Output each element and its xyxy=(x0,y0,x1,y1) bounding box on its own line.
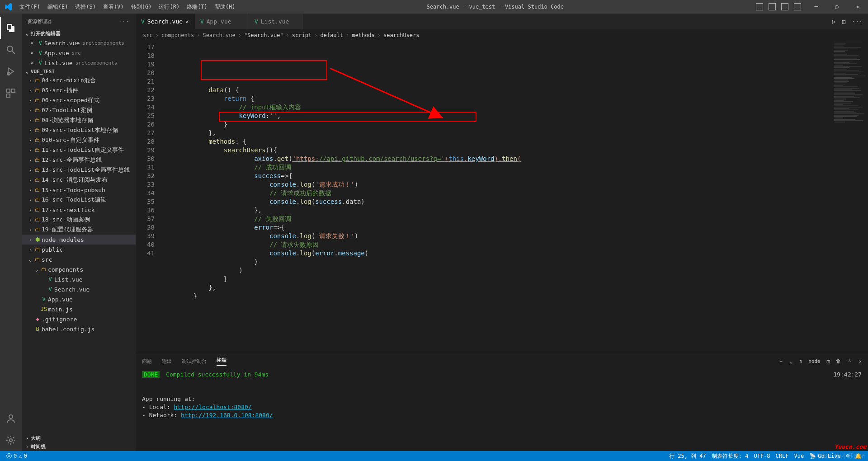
window-maximize[interactable]: ▢ xyxy=(826,0,847,14)
open-editors-header[interactable]: ⌄ 打开的编辑器 xyxy=(22,29,136,38)
layout-custom-icon[interactable] xyxy=(794,3,801,10)
terminal-url-network[interactable]: http://192.168.0.108:8080/ xyxy=(181,412,273,419)
tree-item[interactable]: ›🗀04-src-mixin混合 xyxy=(22,75,136,85)
menu-file[interactable]: 文件(F) xyxy=(16,3,44,11)
activity-account[interactable] xyxy=(0,408,22,429)
panel-tab-problems[interactable]: 问题 xyxy=(142,358,152,365)
tree-item[interactable]: ›🗀06-src-scoped样式 xyxy=(22,95,136,105)
breadcrumb-item[interactable]: script xyxy=(292,32,311,38)
outline-header[interactable]: › 大纲 xyxy=(22,434,136,442)
tree-item[interactable]: ›🗀14-src-消息订阅与发布 xyxy=(22,175,136,185)
explorer-more-icon[interactable]: ··· xyxy=(118,19,130,24)
open-editor-item[interactable]: ×VList.vuesrc\components xyxy=(22,58,136,68)
editor-tab[interactable]: VList.vue× xyxy=(249,14,303,29)
terminal[interactable]: 19:42:27 DONE Compiled successfully in 9… xyxy=(136,368,868,451)
layout-right-icon[interactable] xyxy=(781,3,788,10)
menu-view[interactable]: 查看(V) xyxy=(99,3,127,11)
panel-tab-terminal[interactable]: 终端 xyxy=(217,357,226,366)
activity-debug[interactable] xyxy=(0,61,22,82)
minimap[interactable] xyxy=(832,41,868,354)
breadcrumbs[interactable]: src›components›Search.vue›"Search.vue"›s… xyxy=(136,29,868,41)
code-editor[interactable]: 171819202122232425💡262728293031323334353… xyxy=(136,41,868,354)
more-icon[interactable]: ··· xyxy=(852,18,863,25)
menu-edit[interactable]: 编辑(E) xyxy=(44,3,72,11)
status-language[interactable]: Vue xyxy=(792,452,807,460)
activity-extensions[interactable] xyxy=(0,82,22,104)
tree-item[interactable]: ›🗀16-src-TodoList编辑 xyxy=(22,195,136,205)
activity-explorer[interactable] xyxy=(0,17,22,39)
tree-item[interactable]: ◆.gitignore xyxy=(22,314,136,324)
status-golive[interactable]: 📡 Go Live xyxy=(807,452,844,460)
status-encoding[interactable]: UTF-8 xyxy=(751,452,773,460)
status-eol[interactable]: CRLF xyxy=(773,452,792,460)
menu-terminal[interactable]: 终端(T) xyxy=(183,3,211,11)
tree-item[interactable]: ›🗀18-src-动画案例 xyxy=(22,215,136,225)
breadcrumb-item[interactable]: components xyxy=(161,32,194,38)
panel-maximize-icon[interactable]: ＾ xyxy=(847,358,852,365)
breadcrumb-item[interactable]: searchUsers xyxy=(383,32,419,38)
activity-search[interactable] xyxy=(0,39,22,61)
editor-tab[interactable]: VSearch.vue× xyxy=(136,14,195,29)
status-feedback-icon[interactable]: ☺ xyxy=(844,452,852,460)
kill-terminal-icon[interactable]: 🗑 xyxy=(836,358,841,364)
status-errors[interactable]: ⓧ 0 ⚠ 0 xyxy=(4,452,30,460)
tree-item[interactable]: ›🗀08-浏览器本地存储 xyxy=(22,115,136,125)
panel-tab-output[interactable]: 输出 xyxy=(162,358,172,365)
tree-item[interactable]: ›🗀15-src-Todo-pubsub xyxy=(22,185,136,195)
tree-item[interactable]: VSearch.vue xyxy=(22,284,136,294)
tree-item[interactable]: ›🗀07-TodoList案例 xyxy=(22,105,136,115)
menu-help[interactable]: 帮助(H) xyxy=(211,3,239,11)
terminal-new-icon[interactable]: ＋ xyxy=(778,358,783,365)
project-header[interactable]: ⌄ VUE_TEST xyxy=(22,68,136,75)
tree-item[interactable]: ›🗀09-src-TodoList本地存储 xyxy=(22,125,136,135)
status-line-col[interactable]: 行 25, 列 47 xyxy=(666,452,709,460)
tree-item[interactable]: JSmain.js xyxy=(22,304,136,314)
tree-item[interactable]: ⌄🗀components xyxy=(22,264,136,274)
editor-tab[interactable]: VApp.vue× xyxy=(195,14,249,29)
breadcrumb-item[interactable]: src xyxy=(143,32,153,38)
status-indent[interactable]: 制表符长度: 4 xyxy=(709,452,751,460)
breadcrumb-item[interactable]: methods xyxy=(352,32,375,38)
activity-settings[interactable] xyxy=(0,429,22,451)
tree-item[interactable]: VApp.vue xyxy=(22,294,136,304)
tree-item[interactable]: ›🗀public xyxy=(22,245,136,254)
breadcrumb-item[interactable]: default xyxy=(320,32,343,38)
status-bell-icon[interactable]: 🔔 xyxy=(852,452,864,460)
tree-item[interactable]: ›🗀010-src-自定义事件 xyxy=(22,135,136,145)
close-icon[interactable]: × xyxy=(185,18,189,25)
panel-close-icon[interactable]: ✕ xyxy=(859,358,862,364)
close-icon[interactable]: × xyxy=(28,60,36,66)
layout-left-icon[interactable] xyxy=(756,3,763,10)
timeline-header[interactable]: › 时间线 xyxy=(22,442,136,451)
tree-item[interactable]: ›🗀05-src-插件 xyxy=(22,85,136,95)
close-icon[interactable]: × xyxy=(28,50,36,56)
open-editor-item[interactable]: ×VSearch.vuesrc\components xyxy=(22,38,136,48)
tree-item[interactable]: ›🗀11-src-TodoList自定义事件 xyxy=(22,145,136,155)
panel-tab-debug[interactable]: 调试控制台 xyxy=(182,358,207,365)
tree-item[interactable]: ›🗀17-src-nextTick xyxy=(22,205,136,215)
tree-item[interactable]: ›🗀12-src-全局事件总线 xyxy=(22,155,136,165)
menu-select[interactable]: 选择(S) xyxy=(71,3,99,11)
tree-item[interactable]: Bbabel.config.js xyxy=(22,324,136,334)
terminal-profile-name[interactable]: node xyxy=(808,358,821,364)
menu-run[interactable]: 运行(R) xyxy=(155,3,183,11)
terminal-profile-icon[interactable]: ▯ xyxy=(799,358,802,364)
window-close[interactable]: ✕ xyxy=(847,0,868,14)
terminal-url-local[interactable]: http://localhost:8080/ xyxy=(174,404,251,410)
breadcrumb-item[interactable]: "Search.vue" xyxy=(244,32,283,38)
run-icon[interactable]: ▷ xyxy=(832,18,836,25)
breadcrumb-item[interactable]: Search.vue xyxy=(203,32,235,38)
split-terminal-icon[interactable]: ◫ xyxy=(827,358,830,364)
terminal-dropdown-icon[interactable]: ⌄ xyxy=(790,358,793,364)
tree-item[interactable]: VList.vue xyxy=(22,274,136,284)
tree-item[interactable]: ›🗀13-src-TodoList全局事件总线 xyxy=(22,165,136,175)
tree-item[interactable]: ⌄🗀src xyxy=(22,254,136,264)
split-editor-icon[interactable]: ◫ xyxy=(842,18,846,25)
open-editor-item[interactable]: ×VApp.vuesrc xyxy=(22,48,136,58)
layout-bottom-icon[interactable] xyxy=(769,3,776,10)
window-minimize[interactable]: ─ xyxy=(806,0,826,14)
tree-item[interactable]: ›🗀19-配置代理服务器 xyxy=(22,225,136,235)
tree-item[interactable]: ›⬢node_modules xyxy=(22,235,136,245)
close-icon[interactable]: × xyxy=(28,40,36,46)
menu-go[interactable]: 转到(G) xyxy=(127,3,156,11)
